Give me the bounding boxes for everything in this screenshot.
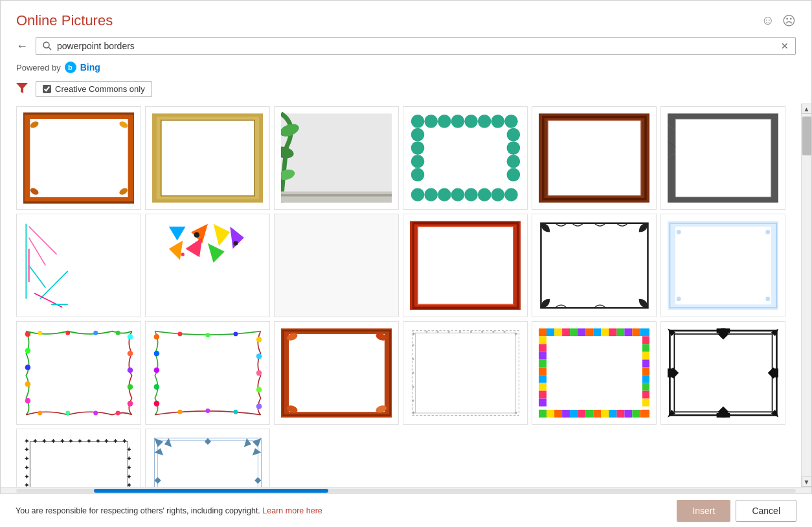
image-item[interactable] xyxy=(532,321,657,425)
svg-point-147 xyxy=(503,331,505,333)
image-item[interactable] xyxy=(660,106,785,210)
image-item[interactable] xyxy=(274,214,399,317)
svg-point-152 xyxy=(412,399,414,401)
svg-rect-191 xyxy=(642,336,649,344)
svg-text:✦: ✦ xyxy=(126,474,131,480)
svg-text:✦: ✦ xyxy=(24,465,28,471)
svg-rect-179 xyxy=(624,410,632,418)
svg-rect-161 xyxy=(593,328,601,336)
insert-button[interactable]: Insert xyxy=(677,500,730,522)
back-button[interactable]: ← xyxy=(16,39,28,53)
svg-text:✦: ✦ xyxy=(24,474,28,480)
svg-point-145 xyxy=(481,331,483,333)
svg-rect-20 xyxy=(281,192,392,203)
svg-rect-200 xyxy=(547,336,642,409)
svg-point-41 xyxy=(411,155,424,168)
svg-rect-167 xyxy=(640,328,649,336)
dialog-header: Online Pictures ☺ ☹ xyxy=(1,1,811,34)
svg-text:✦: ✦ xyxy=(33,438,38,444)
cancel-button[interactable]: Cancel xyxy=(736,500,796,522)
footer: You are responsible for respecting other… xyxy=(0,493,812,527)
svg-text:✦: ✦ xyxy=(126,447,131,453)
image-item[interactable] xyxy=(403,106,528,210)
image-item[interactable] xyxy=(16,106,141,210)
svg-rect-22 xyxy=(410,113,521,203)
scroll-down-arrow[interactable]: ▼ xyxy=(802,477,812,487)
cc-checkbox[interactable] xyxy=(43,85,51,93)
svg-point-94 xyxy=(25,381,30,387)
svg-point-142 xyxy=(447,331,449,333)
svg-line-1 xyxy=(49,47,51,50)
scroll-up-arrow[interactable]: ▲ xyxy=(802,104,812,114)
svg-point-86 xyxy=(676,230,681,234)
svg-point-74 xyxy=(194,232,199,238)
svg-rect-170 xyxy=(554,410,562,418)
svg-text:✦: ✦ xyxy=(78,438,82,444)
image-item[interactable] xyxy=(532,214,657,317)
svg-rect-175 xyxy=(593,410,601,418)
clear-button[interactable]: ✕ xyxy=(781,41,789,51)
image-item[interactable] xyxy=(532,106,657,210)
header-icons: ☺ ☹ xyxy=(761,13,796,28)
sad-icon[interactable]: ☹ xyxy=(782,13,796,28)
svg-point-125 xyxy=(233,410,238,414)
svg-point-88 xyxy=(676,297,681,301)
svg-point-118 xyxy=(256,387,262,392)
image-item[interactable]: ✦ ✦ ✦ ✦ xyxy=(403,321,528,425)
svg-point-140 xyxy=(425,331,427,333)
svg-point-92 xyxy=(25,348,30,353)
image-item[interactable] xyxy=(274,321,399,425)
search-input-wrap: ✕ xyxy=(36,37,796,55)
svg-text:b: b xyxy=(68,63,73,71)
image-item[interactable] xyxy=(274,106,399,210)
svg-rect-186 xyxy=(539,367,547,375)
svg-text:✦: ✦ xyxy=(42,438,47,444)
image-item[interactable] xyxy=(145,214,270,317)
svg-point-96 xyxy=(127,334,133,340)
svg-point-93 xyxy=(25,364,30,370)
svg-point-97 xyxy=(127,351,133,357)
svg-point-28 xyxy=(477,115,491,128)
svg-text:✦: ✦ xyxy=(113,438,118,444)
image-item[interactable]: ✦ ✦ ✦ ✦ ✦ ✦ ✦ ✦ ✦ ✦ ✦ ✦ ✦ ✦ ✦ ✦ xyxy=(16,429,141,487)
svg-point-35 xyxy=(464,188,478,201)
learn-more-link[interactable]: Learn more here xyxy=(262,506,322,515)
svg-rect-66 xyxy=(152,221,264,310)
svg-point-148 xyxy=(412,344,414,346)
svg-rect-154 xyxy=(539,328,547,336)
scroll-thumb[interactable] xyxy=(802,117,811,155)
svg-rect-183 xyxy=(539,344,547,352)
happy-icon[interactable]: ☺ xyxy=(761,13,774,28)
svg-rect-177 xyxy=(609,410,616,418)
svg-rect-182 xyxy=(539,336,547,344)
image-item[interactable] xyxy=(16,321,141,425)
image-item[interactable] xyxy=(660,214,785,317)
filter-icon[interactable] xyxy=(16,83,28,96)
image-item[interactable] xyxy=(403,214,528,317)
svg-text:✦: ✦ xyxy=(51,438,56,444)
image-item[interactable] xyxy=(16,214,141,317)
creative-commons-filter[interactable]: Creative Commons only xyxy=(36,81,152,97)
image-item[interactable] xyxy=(145,429,270,487)
h-scroll-thumb[interactable] xyxy=(94,489,328,493)
footer-disclaimer: You are responsible for respecting other… xyxy=(16,506,322,515)
svg-text:✦: ✦ xyxy=(126,482,131,487)
image-item[interactable] xyxy=(660,321,785,425)
svg-rect-160 xyxy=(585,328,593,336)
svg-rect-193 xyxy=(642,352,649,359)
svg-rect-176 xyxy=(601,410,609,418)
svg-text:✦: ✦ xyxy=(104,438,109,444)
search-input[interactable] xyxy=(57,41,776,51)
svg-point-105 xyxy=(38,410,42,415)
svg-point-89 xyxy=(765,297,770,301)
svg-point-151 xyxy=(412,386,414,388)
svg-text:✦: ✦ xyxy=(411,331,416,337)
svg-rect-168 xyxy=(539,410,547,418)
svg-rect-215 xyxy=(721,410,725,418)
svg-rect-171 xyxy=(562,410,570,418)
bing-label: Bing xyxy=(80,62,100,73)
svg-point-100 xyxy=(127,401,133,407)
svg-rect-90 xyxy=(23,328,135,418)
image-item[interactable] xyxy=(145,106,270,210)
image-item[interactable] xyxy=(145,321,270,425)
